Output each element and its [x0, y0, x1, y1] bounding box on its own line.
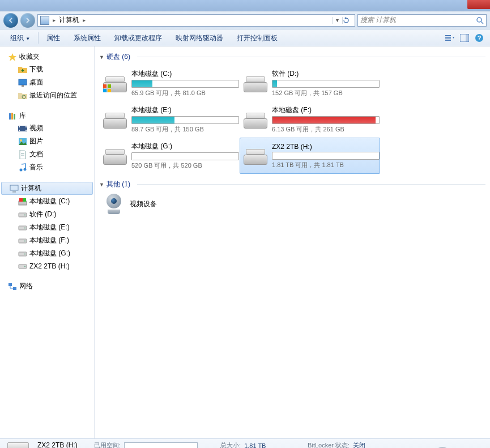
sidebar-network-header[interactable]: 网络	[0, 280, 94, 292]
drive-item[interactable]: 本地磁盘 (C:)65.9 GB 可用，共 81.0 GB	[99, 65, 240, 101]
sidebar-item-drive[interactable]: 本地磁盘 (G:)	[0, 247, 94, 260]
drive-icon	[18, 236, 27, 245]
category-other-header[interactable]: ▼ 其他 (1)	[95, 178, 490, 190]
svg-rect-3	[445, 37, 451, 39]
sidebar-item-drive[interactable]: 本地磁盘 (C:)	[0, 195, 94, 208]
svg-rect-42	[13, 287, 16, 290]
drive-icon	[18, 197, 27, 206]
organize-button[interactable]: 组织 ▼	[5, 32, 36, 44]
sidebar-item-videos[interactable]: 视频	[0, 122, 94, 135]
search-input[interactable]: 搜索 计算机	[357, 14, 487, 27]
svg-rect-9	[19, 79, 27, 85]
sidebar-item-pictures[interactable]: 图片	[0, 135, 94, 148]
triangle-down-icon: ▼	[99, 54, 104, 60]
document-icon	[18, 150, 27, 159]
sidebar-favorites-header[interactable]: 收藏夹	[0, 51, 94, 63]
drive-usage-bar	[131, 80, 239, 88]
system-properties-button[interactable]: 系统属性	[68, 32, 106, 44]
back-button[interactable]	[3, 13, 18, 28]
triangle-down-icon: ▼	[99, 182, 104, 187]
help-button[interactable]: ?	[473, 32, 485, 44]
sidebar-libraries-header[interactable]: 库	[0, 110, 94, 122]
drive-name: 本地磁盘 (C:)	[131, 69, 236, 79]
sidebar-item-recent[interactable]: 最近访问的位置	[0, 89, 94, 102]
breadcrumb-arrow-icon[interactable]: ▸	[82, 17, 87, 23]
drive-stats: 6.13 GB 可用，共 261 GB	[272, 125, 376, 134]
category-hdd-header[interactable]: ▼ 硬盘 (6)	[95, 51, 490, 63]
sidebar-item-drive[interactable]: ZX2 2TB (H:)	[0, 260, 94, 272]
uninstall-programs-button[interactable]: 卸载或更改程序	[109, 32, 168, 44]
recent-icon	[18, 91, 27, 100]
sidebar-item-desktop[interactable]: 桌面	[0, 76, 94, 89]
sidebar-item-downloads[interactable]: 下载	[0, 63, 94, 76]
svg-rect-45	[103, 84, 106, 88]
svg-rect-30	[23, 198, 26, 202]
picture-icon	[18, 137, 27, 146]
forward-button[interactable]	[20, 13, 35, 28]
details-pane: ZX2 2TB (H:) 本地磁盘 已用空间: 可用空间:1.81 TB 总大小…	[0, 438, 490, 448]
svg-line-1	[481, 22, 483, 24]
drive-usage-bar	[131, 152, 239, 160]
drive-icon	[244, 74, 267, 92]
sidebar-computer-header[interactable]: 计算机	[1, 182, 93, 195]
breadcrumb-location[interactable]: 计算机	[59, 15, 79, 25]
preview-pane-button[interactable]	[458, 32, 471, 44]
network-icon	[8, 282, 17, 291]
svg-rect-17	[19, 130, 20, 131]
svg-rect-28	[19, 201, 27, 205]
svg-point-24	[20, 168, 23, 171]
drive-icon	[18, 262, 27, 271]
svg-point-21	[20, 139, 22, 142]
breadcrumb-arrow-icon[interactable]: ▸	[52, 17, 57, 23]
svg-rect-6	[466, 34, 469, 42]
libraries-icon	[8, 112, 17, 121]
sidebar-item-documents[interactable]: 文档	[0, 148, 94, 161]
svg-point-38	[24, 253, 25, 254]
address-row: ▸ 计算机 ▸ ▾ 搜索 计算机	[0, 11, 490, 29]
svg-rect-26	[10, 185, 18, 190]
titlebar	[0, 0, 490, 11]
svg-rect-29	[19, 198, 23, 202]
sidebar-item-music[interactable]: 音乐	[0, 161, 94, 174]
svg-rect-12	[9, 113, 11, 120]
drive-icon	[5, 441, 32, 448]
drive-usage-bar	[131, 116, 239, 124]
drive-item[interactable]: ZX2 2TB (H:)1.81 TB 可用，共 1.81 TB	[240, 138, 380, 174]
drive-item[interactable]: 本地磁盘 (F:)6.13 GB 可用，共 261 GB	[240, 101, 380, 138]
properties-button[interactable]: 属性	[41, 32, 66, 44]
drive-stats: 1.81 TB 可用，共 1.81 TB	[272, 161, 376, 169]
sidebar-item-drive[interactable]: 软件 (D:)	[0, 208, 94, 221]
svg-rect-2	[445, 35, 451, 36]
svg-rect-13	[11, 113, 13, 120]
svg-rect-18	[25, 126, 27, 127]
sidebar-item-drive[interactable]: 本地磁盘 (F:)	[0, 234, 94, 247]
svg-text:?: ?	[478, 35, 482, 41]
webcam-icon	[104, 194, 124, 214]
device-item-video[interactable]: 视频设备	[95, 190, 490, 217]
sidebar-item-drive[interactable]: 本地磁盘 (E:)	[0, 221, 94, 234]
svg-rect-10	[22, 85, 24, 87]
drive-icon	[18, 249, 27, 258]
details-name: ZX2 2TB (H:)	[37, 441, 88, 448]
drive-icon	[18, 223, 27, 232]
address-bar[interactable]: ▸ 计算机 ▸ ▾	[37, 14, 355, 27]
drive-item[interactable]: 本地磁盘 (E:)89.7 GB 可用，共 150 GB	[99, 101, 240, 138]
drive-name: 本地磁盘 (F:)	[272, 105, 376, 115]
search-icon	[476, 16, 484, 24]
drive-name: 软件 (D:)	[272, 69, 376, 79]
map-network-drive-button[interactable]: 映射网络驱动器	[170, 32, 229, 44]
music-icon	[18, 163, 27, 172]
svg-rect-14	[14, 114, 15, 120]
computer-icon	[10, 184, 19, 193]
search-placeholder: 搜索 计算机	[360, 15, 396, 25]
refresh-button[interactable]	[342, 17, 352, 24]
control-panel-button[interactable]: 打开控制面板	[231, 32, 283, 44]
video-icon	[18, 124, 27, 133]
svg-rect-47	[103, 89, 106, 92]
address-dropdown[interactable]: ▾	[332, 17, 342, 24]
view-options-button[interactable]	[444, 32, 456, 44]
drive-item[interactable]: 软件 (D:)152 GB 可用，共 157 GB	[240, 65, 380, 101]
drive-icon	[103, 74, 127, 92]
close-button[interactable]	[467, 0, 490, 9]
drive-item[interactable]: 本地磁盘 (G:)520 GB 可用，共 520 GB	[99, 138, 240, 174]
